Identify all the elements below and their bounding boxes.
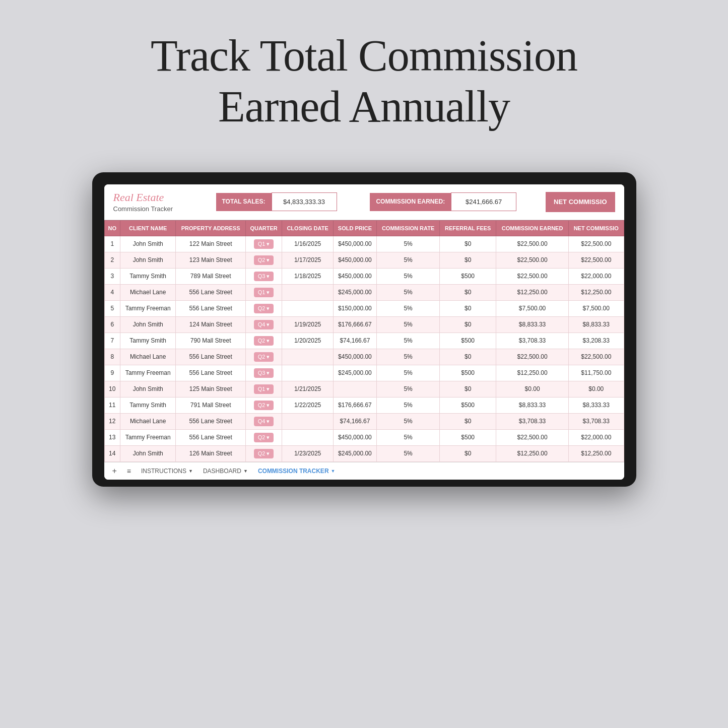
commission-earned-label: COMMISSION EARNED: <box>370 193 451 211</box>
col-client-name: CLIENT NAME <box>120 220 176 236</box>
laptop-frame: Real Estate Commission Tracker TOTAL SAL… <box>92 172 636 486</box>
col-closing-date: CLOSING DATE <box>282 220 334 236</box>
table-row: 6John Smith124 Main StreetQ4 ▾1/19/2025$… <box>104 316 624 333</box>
tab-instructions[interactable]: INSTRUCTIONS ▼ <box>141 468 193 475</box>
quarter-dropdown[interactable]: Q2 ▾ <box>254 255 274 265</box>
table-row: 3Tammy Smith789 Mall StreetQ3 ▾1/18/2025… <box>104 268 624 284</box>
add-sheet-button[interactable]: + <box>112 467 117 476</box>
quarter-dropdown[interactable]: Q2 ▾ <box>254 433 274 442</box>
quarter-dropdown[interactable]: Q3 ▾ <box>254 272 274 281</box>
table-row: 1John Smith122 Main StreetQ1 ▾1/16/2025$… <box>104 236 624 252</box>
quarter-dropdown[interactable]: Q1 ▾ <box>254 288 274 297</box>
table-row: 7Tammy Smith790 Mall StreetQ2 ▾1/20/2025… <box>104 333 624 349</box>
col-commission-earned: COMMISSION EARNED <box>496 220 569 236</box>
total-sales-label: TOTAL SALES: <box>216 193 272 211</box>
table-row: 14John Smith126 Main StreetQ2 ▾1/23/2025… <box>104 445 624 461</box>
net-commission-box: NET COMMISSIO <box>546 192 615 213</box>
table-header-row: NO CLIENT NAME PROPERTY ADDRESS QUARTER … <box>104 220 624 236</box>
table-row: 11Tammy Smith791 Mall StreetQ2 ▾1/22/202… <box>104 397 624 413</box>
table-row: 2John Smith123 Main StreetQ2 ▾1/17/2025$… <box>104 252 624 268</box>
table-row: 4Michael Lane556 Lane StreetQ1 ▾$245,000… <box>104 284 624 300</box>
table-row: 9Tammy Freeman556 Lane StreetQ3 ▾$245,00… <box>104 365 624 381</box>
col-quarter: QUARTER <box>246 220 282 236</box>
laptop-screen: Real Estate Commission Tracker TOTAL SAL… <box>104 184 624 479</box>
brand-subtitle: Commission Tracker <box>113 205 204 213</box>
table-row: 10John Smith125 Main StreetQ1 ▾1/21/2025… <box>104 381 624 397</box>
col-property-address: PROPERTY ADDRESS <box>176 220 246 236</box>
quarter-dropdown[interactable]: Q2 ▾ <box>254 401 274 410</box>
quarter-dropdown[interactable]: Q1 ▾ <box>254 239 274 249</box>
table-row: 13Tammy Freeman556 Lane StreetQ2 ▾$450,0… <box>104 429 624 445</box>
col-referral-fees: REFERRAL FEES <box>440 220 496 236</box>
brand-logo: Real Estate Commission Tracker <box>113 191 204 212</box>
tab-bar: + ≡ INSTRUCTIONS ▼ DASHBOARD ▼ COMMISSIO… <box>104 462 624 480</box>
tab-commission-tracker[interactable]: COMMISSION TRACKER ▼ <box>258 468 336 475</box>
page-title: Track Total Commission Earned Annually <box>151 30 577 132</box>
total-sales-value: $4,833,333.33 <box>272 192 337 211</box>
commission-earned-box: COMMISSION EARNED: $241,666.67 <box>370 192 516 211</box>
quarter-dropdown[interactable]: Q3 ▾ <box>254 368 274 378</box>
quarter-dropdown[interactable]: Q4 ▾ <box>254 417 274 426</box>
table-container: NO CLIENT NAME PROPERTY ADDRESS QUARTER … <box>104 220 624 462</box>
commission-earned-value: $241,666.67 <box>451 192 516 211</box>
quarter-dropdown[interactable]: Q2 ▾ <box>254 352 274 362</box>
table-row: 12Michael Lane556 Lane StreetQ4 ▾$74,166… <box>104 413 624 429</box>
quarter-dropdown[interactable]: Q2 ▾ <box>254 449 274 458</box>
sheet-menu-icon[interactable]: ≡ <box>127 467 131 475</box>
brand-script: Real Estate <box>113 191 204 204</box>
table-row: 5Tammy Freeman556 Lane StreetQ2 ▾$150,00… <box>104 300 624 316</box>
col-net-commission: NET COMMISSIO <box>569 220 624 236</box>
commission-table: NO CLIENT NAME PROPERTY ADDRESS QUARTER … <box>104 220 624 462</box>
quarter-dropdown[interactable]: Q4 ▾ <box>254 320 274 329</box>
tab-dashboard[interactable]: DASHBOARD ▼ <box>203 468 248 475</box>
total-sales-box: TOTAL SALES: $4,833,333.33 <box>216 192 337 211</box>
quarter-dropdown[interactable]: Q2 ▾ <box>254 304 274 313</box>
table-row: 8Michael Lane556 Lane StreetQ2 ▾$450,000… <box>104 349 624 365</box>
quarter-dropdown[interactable]: Q1 ▾ <box>254 384 274 394</box>
col-commission-rate: COMMISSION RATE <box>376 220 439 236</box>
spreadsheet-header: Real Estate Commission Tracker TOTAL SAL… <box>104 184 624 220</box>
col-no: NO <box>104 220 120 236</box>
col-sold-price: SOLD PRICE <box>334 220 377 236</box>
quarter-dropdown[interactable]: Q2 ▾ <box>254 336 274 346</box>
